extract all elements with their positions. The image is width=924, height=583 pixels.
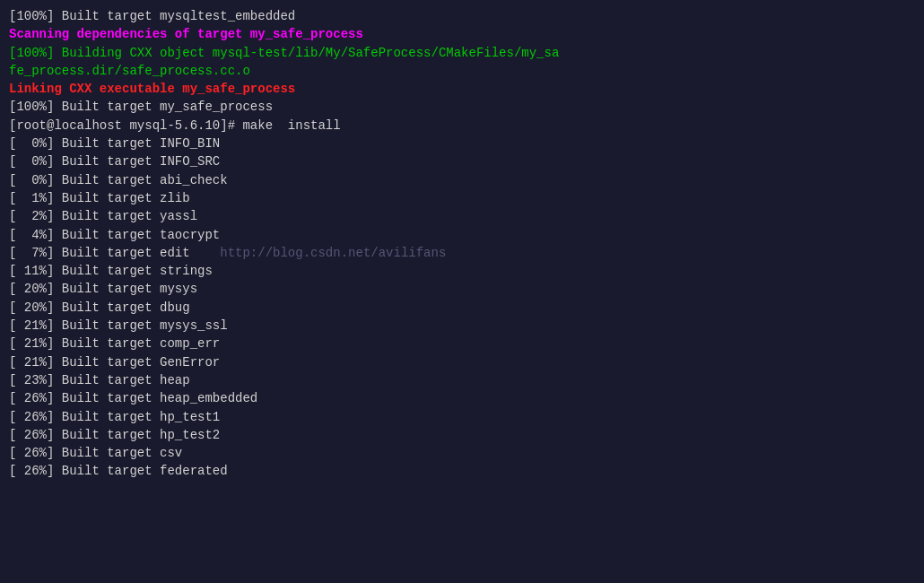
terminal-line: [ 11%] Built target strings: [9, 262, 915, 280]
terminal-line: [ 2%] Built target yassl: [9, 207, 915, 225]
terminal-line: Linking CXX executable my_safe_process: [9, 80, 915, 98]
terminal-line: [ 26%] Built target csv: [9, 444, 915, 462]
terminal-line: Scanning dependencies of target my_safe_…: [9, 25, 915, 43]
terminal-line: [ 21%] Built target mysys_ssl: [9, 317, 915, 335]
terminal-line: [root@localhost mysql-5.6.10]# make inst…: [9, 117, 915, 135]
terminal-line: [ 0%] Built target INFO_SRC: [9, 152, 915, 170]
terminal-line: [ 4%] Built target taocrypt: [9, 226, 915, 244]
terminal-line: [ 20%] Built target mysys: [9, 280, 915, 298]
terminal-line: [ 26%] Built target hp_test1: [9, 408, 915, 426]
terminal-line: [ 21%] Built target GenError: [9, 353, 915, 371]
watermark-text: http://blog.csdn.net/avilifans: [220, 246, 446, 260]
terminal-line: [ 0%] Built target abi_check: [9, 171, 915, 189]
terminal-line: [ 21%] Built target comp_err: [9, 335, 915, 352]
terminal-line: [100%] Building CXX object mysql-test/li…: [9, 44, 915, 62]
terminal-line: [100%] Built target my_safe_process: [9, 98, 915, 116]
terminal-line: [ 1%] Built target zlib: [9, 189, 915, 207]
terminal-line: fe_process.dir/safe_process.cc.o: [9, 62, 915, 80]
terminal-line: [ 23%] Built target heap: [9, 371, 915, 389]
terminal-line: [ 20%] Built target dbug: [9, 299, 915, 317]
terminal-line: [ 26%] Built target heap_embedded: [9, 389, 915, 407]
terminal-line: [ 26%] Built target hp_test2: [9, 426, 915, 444]
terminal-line: [ 0%] Built target INFO_BIN: [9, 135, 915, 152]
terminal-line: [ 26%] Built target federated: [9, 462, 915, 480]
terminal-line: [ 7%] Built target edit http://blog.csdn…: [9, 244, 915, 262]
terminal-window: [100%] Built target mysqltest_embeddedSc…: [0, 0, 924, 583]
terminal-line: [100%] Built target mysqltest_embedded: [9, 7, 915, 25]
